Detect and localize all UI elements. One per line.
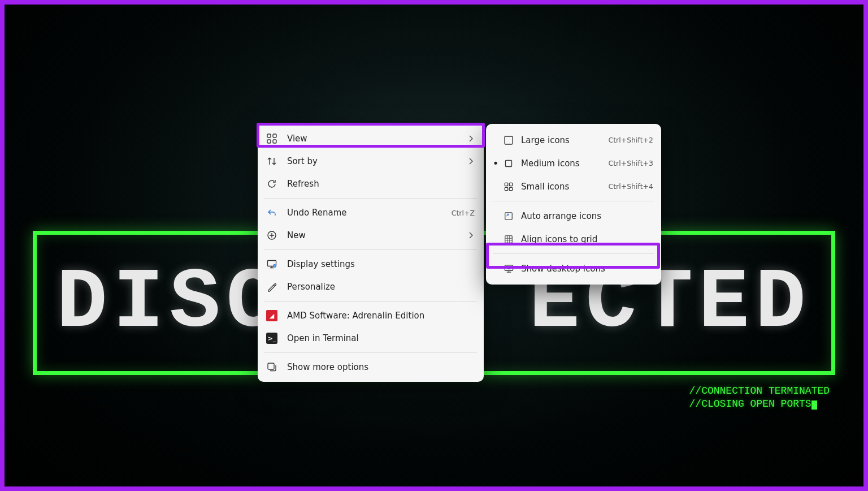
- terminal-icon: >_: [266, 332, 278, 344]
- svg-rect-14: [505, 212, 512, 219]
- wallpaper-status: //CONNECTION TERMINATED //CLOSING OPEN P…: [689, 385, 830, 411]
- menu-separator: [264, 352, 477, 353]
- refresh-icon: [266, 178, 278, 190]
- small-icons-icon: [503, 181, 514, 192]
- menu-label: Personalize: [287, 282, 475, 292]
- svg-rect-2: [267, 140, 271, 143]
- undo-icon: [266, 206, 278, 219]
- menu-separator: [493, 201, 654, 201]
- align-grid-icon: [503, 234, 514, 245]
- svg-rect-13: [509, 187, 512, 190]
- submenu-accelerator: Ctrl+Shift+3: [608, 159, 653, 167]
- menu-separator: [493, 253, 654, 254]
- menu-item-undo-rename[interactable]: Undo Rename Ctrl+Z: [258, 201, 484, 224]
- menu-item-display-settings[interactable]: Display settings: [258, 253, 484, 275]
- new-icon: [266, 229, 278, 242]
- status-line-1: //CONNECTION TERMINATED: [689, 385, 830, 398]
- chevron-right-icon: [467, 232, 475, 239]
- menu-label: Display settings: [287, 259, 475, 269]
- sort-icon: [266, 155, 278, 167]
- submenu-label: Large icons: [521, 135, 608, 145]
- svg-rect-7: [268, 363, 274, 369]
- submenu-label: Align icons to grid: [521, 234, 653, 244]
- menu-accelerator: Ctrl+Z: [452, 209, 475, 217]
- submenu-label: Small icons: [521, 182, 608, 192]
- amd-icon: ◢: [266, 309, 278, 322]
- menu-separator: [264, 249, 477, 250]
- menu-item-show-more-options[interactable]: Show more options: [258, 356, 484, 378]
- svg-rect-11: [509, 183, 512, 186]
- submenu-accelerator: Ctrl+Shift+4: [608, 182, 653, 191]
- submenu-item-small-icons[interactable]: Small icons Ctrl+Shift+4: [486, 175, 661, 198]
- menu-label: View: [287, 133, 467, 144]
- menu-label: Refresh: [287, 179, 475, 189]
- submenu-label: Show desktop icons: [521, 264, 653, 274]
- svg-rect-15: [505, 235, 512, 242]
- grid-icon: [266, 132, 278, 145]
- menu-item-amd-software[interactable]: ◢ AMD Software: Adrenalin Edition: [258, 304, 484, 327]
- submenu-item-large-icons[interactable]: Large icons Ctrl+Shift+2: [486, 128, 661, 152]
- view-submenu: Large icons Ctrl+Shift+2 • Medium icons …: [486, 124, 661, 285]
- menu-item-view[interactable]: View: [258, 127, 484, 150]
- submenu-label: Medium icons: [521, 158, 608, 169]
- svg-point-17: [506, 266, 511, 269]
- menu-label: Show more options: [287, 362, 475, 372]
- menu-label: Sort by: [287, 156, 467, 166]
- menu-item-refresh[interactable]: Refresh: [258, 173, 484, 195]
- more-icon: [266, 361, 278, 373]
- desktop-context-menu: View Sort by Refresh Undo Rename Ctrl+Z …: [258, 124, 484, 382]
- svg-rect-12: [505, 187, 507, 190]
- menu-separator: [264, 198, 477, 199]
- menu-label: AMD Software: Adrenalin Edition: [287, 311, 475, 321]
- svg-rect-3: [273, 140, 276, 143]
- svg-rect-10: [505, 183, 507, 186]
- submenu-item-align-grid[interactable]: Align icons to grid: [486, 227, 661, 251]
- chevron-right-icon: [467, 158, 475, 165]
- svg-rect-8: [505, 136, 513, 144]
- menu-label: New: [287, 230, 467, 240]
- svg-rect-9: [506, 160, 512, 166]
- personalize-icon: [266, 281, 278, 293]
- menu-item-personalize[interactable]: Personalize: [258, 275, 484, 298]
- display-icon: [266, 258, 278, 270]
- submenu-item-show-desktop-icons[interactable]: Show desktop icons: [486, 257, 661, 280]
- status-line-2: //CLOSING OPEN PORTS: [689, 398, 811, 410]
- chevron-right-icon: [467, 135, 475, 142]
- menu-item-open-terminal[interactable]: >_ Open in Terminal: [258, 327, 484, 350]
- medium-icons-icon: [503, 158, 514, 169]
- menu-item-new[interactable]: New: [258, 224, 484, 247]
- submenu-item-auto-arrange[interactable]: Auto arrange icons: [486, 204, 661, 227]
- menu-label: Undo Rename: [287, 208, 446, 218]
- menu-separator: [264, 301, 477, 302]
- menu-item-sort-by[interactable]: Sort by: [258, 150, 484, 173]
- show-desktop-icon: [503, 263, 514, 274]
- submenu-item-medium-icons[interactable]: • Medium icons Ctrl+Shift+3: [486, 152, 661, 175]
- blinking-cursor: [811, 400, 817, 410]
- radio-indicator-selected: •: [492, 157, 500, 169]
- submenu-accelerator: Ctrl+Shift+2: [608, 136, 653, 144]
- svg-rect-1: [273, 134, 276, 137]
- svg-rect-0: [267, 134, 271, 137]
- svg-rect-16: [505, 265, 513, 270]
- submenu-label: Auto arrange icons: [521, 211, 653, 221]
- wallpaper-text-left: DISC: [57, 255, 283, 351]
- menu-label: Open in Terminal: [287, 333, 475, 343]
- auto-arrange-icon: [503, 210, 514, 222]
- large-icons-icon: [503, 135, 514, 146]
